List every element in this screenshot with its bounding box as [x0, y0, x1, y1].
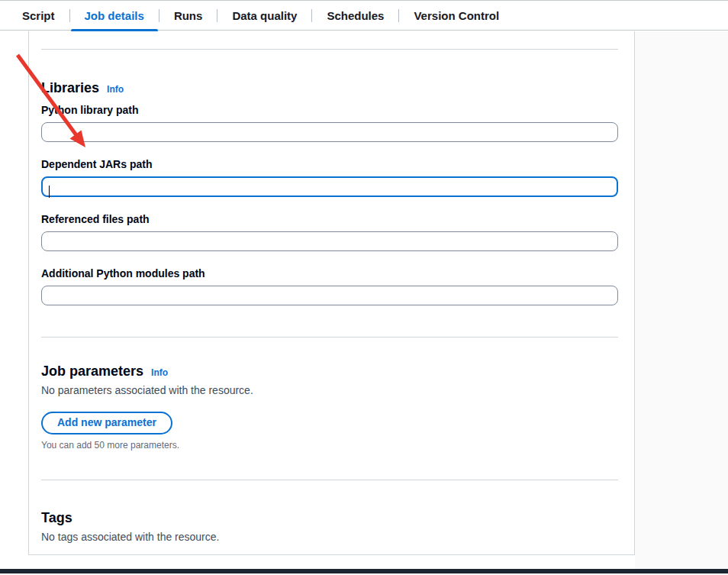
python-library-path-label: Python library path — [41, 103, 618, 117]
tab-runs[interactable]: Runs — [159, 1, 217, 30]
libraries-heading: Libraries — [41, 79, 99, 96]
job-details-panel: Libraries Info Python library path Depen… — [28, 31, 635, 555]
tags-section: Tags No tags associated with the resourc… — [41, 509, 618, 555]
job-parameters-info-link[interactable]: Info — [151, 367, 168, 378]
window-bottom-edge — [0, 569, 728, 573]
section-divider — [41, 49, 618, 50]
section-divider — [41, 480, 618, 480]
tab-job-details[interactable]: Job details — [70, 1, 159, 30]
libraries-info-link[interactable]: Info — [107, 84, 124, 95]
section-divider — [41, 337, 618, 338]
job-parameters-heading: Job parameters — [41, 363, 143, 380]
tags-empty-text: No tags associated with the resource. — [41, 531, 618, 543]
additional-python-modules-path-input[interactable] — [41, 286, 618, 305]
referenced-files-path-input[interactable] — [41, 231, 618, 251]
additional-python-modules-path-label: Additional Python modules path — [41, 267, 618, 280]
tab-script[interactable]: Script — [8, 1, 69, 30]
add-new-parameter-button[interactable]: Add new parameter — [41, 412, 172, 434]
dependent-jars-path-label: Dependent JARs path — [41, 157, 618, 171]
libraries-section: Libraries Info Python library path Depen… — [41, 79, 618, 305]
tab-bar: Script Job details Runs Data quality Sch… — [0, 0, 728, 31]
job-parameters-section: Job parameters Info No parameters associ… — [41, 363, 618, 451]
tab-data-quality[interactable]: Data quality — [217, 1, 311, 30]
tab-version-control[interactable]: Version Control — [399, 1, 514, 30]
page-background-right — [635, 31, 728, 569]
referenced-files-path-label: Referenced files path — [41, 212, 618, 226]
tags-heading: Tags — [41, 509, 72, 526]
text-cursor — [49, 186, 50, 198]
job-parameters-constraint-text: You can add 50 more parameters. — [41, 440, 618, 451]
dependent-jars-path-input[interactable] — [41, 176, 618, 197]
python-library-path-input[interactable] — [41, 122, 618, 142]
tab-schedules[interactable]: Schedules — [312, 1, 398, 30]
job-parameters-empty-text: No parameters associated with the resour… — [41, 385, 618, 396]
